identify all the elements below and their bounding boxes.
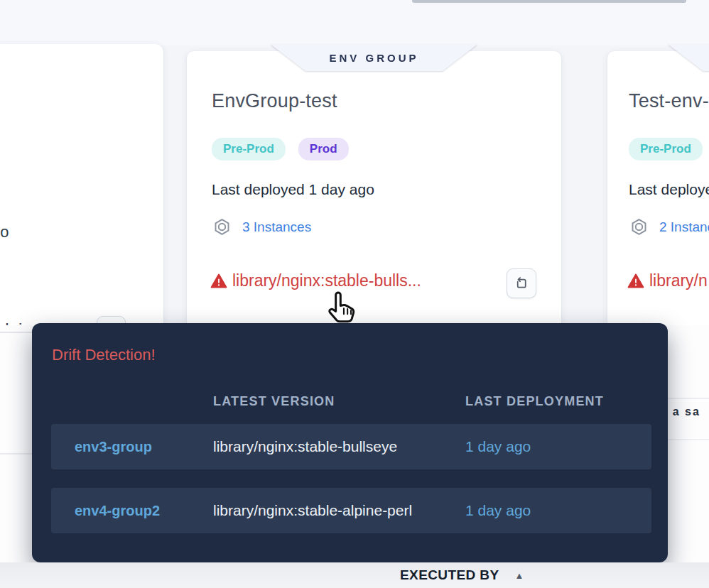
page-background: go -alpine-... ENV GROUP EnvGroup-test P… [0,0,709,588]
executed-by-column-header[interactable]: EXECUTED BY ▲ [400,567,524,583]
toolbar-bottom-edge [412,0,686,3]
tooltip-title: Drift Detection! [52,346,156,364]
badge-row: Pre-Prod Prod [212,138,349,160]
env-group-banner-label: ENV GROUP [271,44,478,71]
warning-icon [210,273,227,290]
hexnut-icon [629,217,649,236]
env-card-envgroup-test[interactable]: ENV GROUP EnvGroup-test Pre-Prod Prod La… [187,51,561,335]
prod-badge: Prod [298,138,349,160]
preprod-badge: Pre-Prod [629,138,703,160]
preprod-badge: Pre-Prod [212,138,286,160]
hexnut-icon [212,217,232,236]
drift-image-name[interactable]: library/nginx:stable-bulls... [232,271,421,290]
last-deployed-text: Last deployed 1 day ago [212,181,374,198]
last-deployment-value: 1 day ago [465,502,531,519]
card-title: EnvGroup-test [212,90,337,112]
instances-link[interactable]: 2 Instance [659,219,709,235]
env-group-banner: ENV GROUP [271,44,478,71]
hand-cursor-icon [325,290,358,327]
table-header-strip: EXECUTED BY ▲ [0,562,709,588]
env-group-banner: ENV GROUP [668,44,709,71]
table-row: env3-group library/nginx:stable-bullseye… [51,424,651,469]
instances-row[interactable]: 2 Instance [629,217,709,236]
drift-row[interactable]: library/nginx:stable-bulls... [210,271,421,290]
instances-link[interactable]: 3 Instances [242,219,311,235]
drift-detection-tooltip: Drift Detection! LATEST VERSION LAST DEP… [32,323,668,562]
latest-version-value: library/nginx:stable-alpine-perl [213,502,412,519]
table-divider [666,398,709,399]
last-deployment-value: 1 day ago [465,438,531,455]
copy-icon [514,276,529,290]
table-divider [0,453,33,454]
copy-button[interactable] [507,268,536,298]
column-header-last-deployment: LAST DEPLOYMENT [465,394,604,409]
env-group-link[interactable]: env3-group [75,439,152,455]
env-group-banner-label: ENV GROUP [668,44,709,71]
drift-image-name[interactable]: library/n [649,271,708,290]
sort-ascending-icon: ▲ [515,570,524,581]
latest-version-value: library/nginx:stable-bullseye [213,438,397,455]
env-group-link[interactable]: env4-group2 [75,503,160,519]
env-card-test-env-partial[interactable]: ENV GROUP Test-env- Pre-Prod Last deploy… [607,51,709,335]
table-divider [0,332,33,333]
instances-row[interactable]: 3 Instances [212,217,311,236]
column-header-latest-version: LATEST VERSION [213,394,335,409]
background-text-fragment: t a sa [663,405,700,418]
warning-icon [627,273,644,290]
table-row: env4-group2 library/nginx:stable-alpine-… [51,488,651,533]
badge-row: Pre-Prod [629,138,703,160]
table-divider [666,439,709,440]
last-deployed-fragment: go [0,223,9,241]
card-title: Test-env- [629,90,709,112]
last-deployed-text: Last deploye [629,181,709,198]
executed-by-label: EXECUTED BY [400,567,499,583]
drift-row[interactable]: library/n [627,271,708,290]
